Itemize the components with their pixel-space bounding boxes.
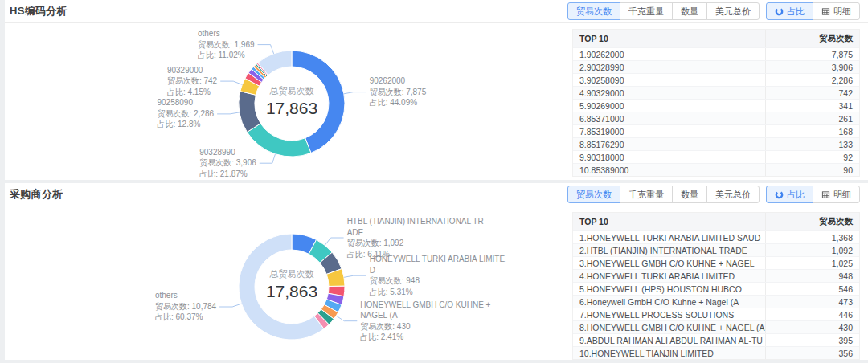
buyer-analysis-section: 采购商分析 贸易次数千克重量数量美元总价 占比明细 总贸易次数 17,863 H…	[5, 183, 868, 360]
detail-view-button[interactable]: 明细	[813, 2, 860, 20]
donut-chart-area: 总贸易次数 17,863 HTBL (TIANJIN) INTERNATIONA…	[5, 207, 567, 360]
rank-name-cell: 10.85389000	[573, 164, 766, 176]
rank-name-cell: 8.85176290	[573, 138, 766, 150]
table-row: 7.85319000168	[573, 124, 859, 137]
metric-quantity-button[interactable]: 数量	[672, 186, 707, 203]
rank-name-cell: 10.HONEYWELL TIANJIN LIMITED	[573, 347, 766, 359]
slice-callout-label: HTBL (TIANJIN) INTERNATIONAL TRADE贸易次数: …	[347, 216, 485, 259]
value-cell: 2,286	[766, 75, 859, 85]
callout-trade-count: 贸易次数: 3,906	[199, 157, 256, 169]
value-cell: 356	[766, 349, 859, 358]
metric-kg-weight-button[interactable]: 千克重量	[620, 186, 673, 203]
top10-table: TOP 10贸易次数1.HONEYWELL TURKI ARABIA LIMIT…	[572, 212, 860, 360]
table-row: 6.Honeywell GmbH C/O Kuhne + Nagel (A473	[573, 295, 859, 308]
label-leader-line	[219, 304, 241, 307]
value-cell: 261	[766, 114, 859, 124]
rank-name-cell: 3.HONEYWELL GMBH C/O KUHNE + NAGEL	[573, 257, 766, 269]
section-title: 采购商分析	[10, 187, 63, 202]
value-cell: 446	[766, 310, 859, 320]
label-leader-line	[336, 316, 357, 321]
value-cell: 168	[766, 127, 859, 137]
rank-name-cell: 7.85319000	[573, 125, 766, 137]
callout-trade-count: 贸易次数: 430	[360, 321, 498, 332]
label-leader-line	[260, 154, 276, 164]
donut-slice-90328990[interactable]	[247, 124, 311, 157]
metric-trade-count-button[interactable]: 贸易次数	[567, 186, 620, 203]
table-icon	[821, 7, 830, 16]
table-header-trade-count: 贸易次数	[766, 216, 859, 227]
metric-trade-count-button[interactable]: 贸易次数	[567, 2, 620, 20]
rank-name-cell: 6.Honeywell GmbH C/O Kuhne + Nagel (A	[573, 296, 766, 308]
rank-name-cell: 2.90328990	[573, 61, 766, 73]
label-leader-line	[258, 45, 274, 54]
metric-kg-weight-button[interactable]: 千克重量	[620, 2, 673, 20]
section-header: HS编码分析 贸易次数千克重量数量美元总价 占比明细	[5, 0, 868, 23]
callout-percentage: 占比: 5.31%	[370, 287, 508, 298]
rank-name-cell: 2.HTBL (TIANJIN) INTERNATIONAL TRADE	[573, 244, 766, 256]
table-header-row: TOP 10贸易次数	[573, 30, 859, 47]
table-row: 1.HONEYWELL TURKI ARABIA LIMITED SAUD1,3…	[573, 230, 859, 243]
callout-trade-count: 贸易次数: 2,286	[158, 108, 215, 120]
rank-name-cell: 9.90318000	[573, 151, 766, 163]
table-header-top10: TOP 10	[573, 213, 766, 230]
callout-trade-count: 贸易次数: 742	[167, 75, 217, 87]
table-row: 5.HONEYWELL (HPS) HOUSTON HUBCO546	[573, 282, 859, 295]
table-row: 9.9031800092	[573, 150, 859, 163]
slice-callout-label: 90262000贸易次数: 7,875占比: 44.09%	[370, 75, 427, 108]
proportion-view-button[interactable]: 占比	[766, 186, 813, 203]
callout-percentage: 占比: 60.37%	[155, 312, 216, 323]
value-cell: 395	[766, 336, 859, 345]
table-row: 5.90269000341	[573, 99, 859, 112]
label-leader-line	[325, 238, 343, 245]
callout-slice-name: 90328990	[199, 147, 256, 158]
donut-center-title: 总贸易次数	[235, 85, 348, 97]
slice-callout-label: others贸易次数: 1,969占比: 11.02%	[198, 28, 255, 61]
view-button-label: 明细	[833, 6, 851, 17]
table-header-top10: TOP 10	[573, 30, 766, 47]
rank-name-cell: 4.HONEYWELL TURKI ARABIA LIMITED	[573, 270, 766, 282]
value-cell: 473	[766, 297, 859, 307]
metric-usd-total-button[interactable]: 美元总价	[706, 186, 760, 203]
table-row: 8.85176290133	[573, 137, 859, 150]
table-row: 1.902620007,875	[573, 47, 859, 60]
table-row: 10.8538900090	[573, 163, 859, 176]
table-row: 4.90329000742	[573, 86, 859, 99]
rank-name-cell: 5.90269000	[573, 100, 766, 112]
value-cell: 1,368	[766, 233, 859, 243]
value-cell: 742	[766, 88, 859, 98]
callout-trade-count: 贸易次数: 948	[370, 275, 508, 287]
table-row: 4.HONEYWELL TURKI ARABIA LIMITED948	[573, 269, 859, 282]
proportion-view-button[interactable]: 占比	[766, 2, 813, 20]
callout-percentage: 占比: 2.41%	[360, 332, 498, 343]
donut-center-label: 总贸易次数 17,863	[235, 268, 348, 301]
donut-chart-icon	[775, 7, 784, 16]
table-header-row: TOP 10贸易次数	[573, 213, 859, 230]
table-row: 2.903289903,906	[573, 60, 859, 73]
value-cell: 546	[766, 284, 859, 294]
rank-name-cell: 1.HONEYWELL TURKI ARABIA LIMITED SAUD	[573, 231, 766, 243]
metric-usd-total-button[interactable]: 美元总价	[706, 2, 760, 20]
callout-percentage: 占比: 4.15%	[167, 87, 217, 98]
table-row: 8.HONEYWELL GMBH C/O KUHNE + NAGEL (A430	[573, 320, 859, 333]
callout-slice-name: HTBL (TIANJIN) INTERNATIONAL TRADE	[347, 216, 485, 238]
rank-name-cell: 3.90258090	[573, 74, 766, 86]
table-header-trade-count: 贸易次数	[766, 33, 859, 44]
value-cell: 341	[766, 101, 859, 111]
donut-chart-area: 总贸易次数 17,863 90262000贸易次数: 7,875占比: 44.0…	[5, 24, 567, 177]
value-cell: 90	[766, 165, 859, 175]
view-button-label: 占比	[787, 6, 805, 17]
slice-callout-label: 90328990贸易次数: 3,906占比: 21.87%	[199, 147, 256, 180]
table-icon	[821, 190, 830, 199]
slice-callout-label: 90258090贸易次数: 2,286占比: 12.8%	[158, 97, 215, 130]
callout-percentage: 占比: 21.87%	[199, 169, 256, 180]
donut-center-value: 17,863	[235, 282, 348, 301]
section-header: 采购商分析 贸易次数千克重量数量美元总价 占比明细	[5, 183, 868, 206]
rank-name-cell: 1.90262000	[573, 48, 766, 60]
value-cell: 948	[766, 271, 859, 281]
callout-slice-name: others	[155, 290, 216, 301]
callout-trade-count: 贸易次数: 10,784	[155, 301, 216, 312]
table-row: 2.HTBL (TIANJIN) INTERNATIONAL TRADE1,09…	[573, 243, 859, 256]
detail-view-button[interactable]: 明细	[813, 186, 860, 203]
slice-callout-label: HONEYWELL GMBH C/O KUHNE + NAGEL (A贸易次数:…	[360, 300, 498, 343]
metric-quantity-button[interactable]: 数量	[672, 2, 707, 20]
